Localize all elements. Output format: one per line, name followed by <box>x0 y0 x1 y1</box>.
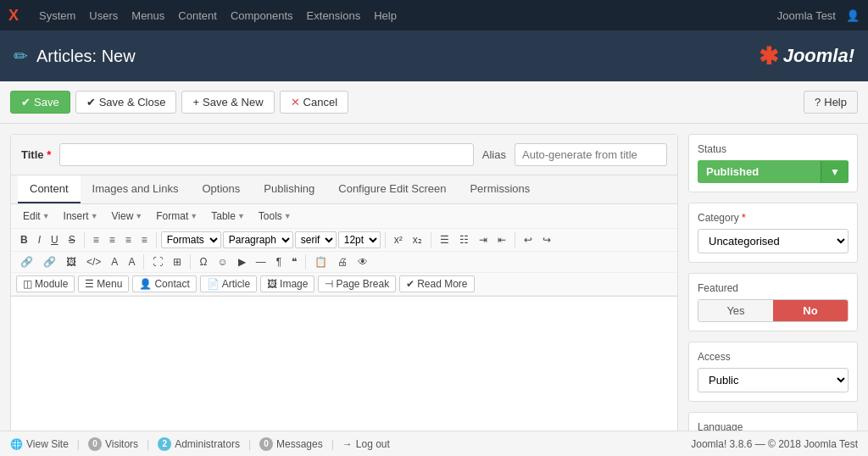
admins-label: Administrators <box>175 438 240 450</box>
ordered-list-button[interactable]: ☷ <box>455 232 473 247</box>
italic-button[interactable]: I <box>34 232 45 247</box>
category-select[interactable]: Uncategorised <box>698 229 849 253</box>
sep2 <box>156 232 157 247</box>
nav-system[interactable]: System <box>39 9 75 22</box>
editor-menu-view[interactable]: View ▼ <box>105 208 150 225</box>
access-label: Access <box>698 351 849 363</box>
featured-yes-button[interactable]: Yes <box>698 300 773 321</box>
editor-format-row1: B I U S ≡ ≡ ≡ ≡ Formats Paragraph serif <box>11 229 677 252</box>
save-button[interactable]: ✔ Save <box>10 91 70 114</box>
table-button[interactable]: ⊞ <box>169 254 186 270</box>
view-site-link[interactable]: 🌐 View Site <box>10 438 69 450</box>
editor-menubar: Edit ▼ Insert ▼ View ▼ Format ▼ Table <box>11 204 677 229</box>
nav-help[interactable]: Help <box>374 9 397 22</box>
redo-button[interactable]: ↪ <box>538 232 555 247</box>
title-row: Title * Alias <box>11 135 677 175</box>
size-select[interactable]: 12pt <box>338 231 381 248</box>
user-icon[interactable]: 👤 <box>846 9 860 22</box>
footer-sep3: | <box>248 438 251 450</box>
nav-menus[interactable]: Menus <box>131 9 164 22</box>
tab-permissions[interactable]: Permissions <box>458 175 542 203</box>
insert-contact-button[interactable]: 👤 Contact <box>132 275 196 292</box>
save-close-button[interactable]: ✔ Save & Close <box>75 91 177 114</box>
unlink-button[interactable]: 🔗 <box>39 254 60 270</box>
status-dropdown[interactable]: Published ▼ <box>698 160 849 183</box>
insert-menu-button[interactable]: ☰ Menu <box>78 275 129 292</box>
visitors-badge[interactable]: 0 Visitors <box>88 437 138 451</box>
title-input[interactable] <box>59 143 474 166</box>
strikethrough-button[interactable]: S <box>64 232 80 247</box>
editor-menu-insert[interactable]: Insert ▼ <box>57 208 105 225</box>
nav-content[interactable]: Content <box>178 9 217 22</box>
editor-menu-edit[interactable]: Edit ▼ <box>16 208 57 225</box>
insert-module-label: Module <box>35 278 68 290</box>
emoji-button[interactable]: ☺ <box>213 254 231 270</box>
outdent-button[interactable]: ⇤ <box>493 232 510 247</box>
insert-readmore-button[interactable]: ✔ Read More <box>399 275 474 292</box>
hr-button[interactable]: — <box>252 254 270 270</box>
tab-publishing[interactable]: Publishing <box>252 175 326 203</box>
paste-text-button[interactable]: 📋 <box>310 254 331 270</box>
nav-components[interactable]: Components <box>231 9 293 22</box>
nav-extensions[interactable]: Extensions <box>307 9 361 22</box>
insert-module-button[interactable]: ◫ Module <box>16 275 75 292</box>
insert-pagebreak-button[interactable]: ⊣ Page Break <box>318 275 396 292</box>
messages-badge[interactable]: 0 Messages <box>259 437 323 451</box>
featured-section: Featured Yes No <box>688 273 858 331</box>
save-new-plus-icon: + <box>192 96 199 108</box>
nav-users[interactable]: Users <box>89 9 118 22</box>
insert-article-button[interactable]: 📄 Article <box>200 275 257 292</box>
superscript-button[interactable]: x² <box>390 232 407 247</box>
paragraph-marks-button[interactable]: ¶ <box>272 254 286 270</box>
bold-button[interactable]: B <box>16 232 32 247</box>
formats-select[interactable]: Formats <box>161 231 221 248</box>
user-name[interactable]: Joomla Test <box>777 9 836 22</box>
forecolor-button[interactable]: A <box>107 254 122 270</box>
font-select[interactable]: serif <box>295 231 337 248</box>
media-button[interactable]: ▶ <box>234 254 250 270</box>
cancel-button[interactable]: ✕ Cancel <box>280 91 348 114</box>
category-section: Category * Uncategorised <box>688 203 858 263</box>
tab-configure-edit-screen[interactable]: Configure Edit Screen <box>326 175 458 203</box>
print-button[interactable]: 🖨 <box>333 254 352 270</box>
blockquote-button[interactable]: ❝ <box>287 254 301 270</box>
logout-button[interactable]: → Log out <box>342 438 390 450</box>
joomla-logo-text: Joomla! <box>783 45 854 67</box>
editor-menu-format[interactable]: Format ▼ <box>149 208 204 225</box>
tab-options[interactable]: Options <box>190 175 252 203</box>
content-tabs: Content Images and Links Options Publish… <box>11 175 677 204</box>
code-button[interactable]: </> <box>82 254 105 270</box>
tab-images-links[interactable]: Images and Links <box>81 175 191 203</box>
readmore-icon: ✔ <box>406 278 415 290</box>
align-center-button[interactable]: ≡ <box>105 232 120 247</box>
editor-menu-table[interactable]: Table ▼ <box>204 208 252 225</box>
unordered-list-button[interactable]: ☰ <box>436 232 453 247</box>
joomla-brand-icon[interactable]: X <box>8 7 19 25</box>
align-justify-button[interactable]: ≡ <box>137 232 152 247</box>
image-button[interactable]: 🖼 <box>62 254 81 270</box>
save-new-button[interactable]: + Save & New <box>181 91 274 114</box>
link-button[interactable]: 🔗 <box>16 254 37 270</box>
alias-input[interactable] <box>515 143 667 166</box>
align-left-button[interactable]: ≡ <box>89 232 103 247</box>
help-button[interactable]: ? Help <box>804 91 858 114</box>
subscript-button[interactable]: x₂ <box>409 232 426 247</box>
special-char-button[interactable]: Ω <box>195 254 211 270</box>
insert-image-button[interactable]: 🖼 Image <box>260 275 314 292</box>
backcolor-button[interactable]: A <box>124 254 139 270</box>
access-select[interactable]: Public <box>698 368 849 392</box>
access-section: Access Public <box>688 342 858 402</box>
editor-menu-tools[interactable]: Tools ▼ <box>252 208 298 225</box>
underline-button[interactable]: U <box>47 232 63 247</box>
paragraph-select[interactable]: Paragraph <box>223 231 293 248</box>
align-right-button[interactable]: ≡ <box>121 232 136 247</box>
editor-content[interactable] <box>11 297 677 449</box>
fullscreen-button[interactable]: ⛶ <box>148 254 167 270</box>
tab-content[interactable]: Content <box>18 175 81 203</box>
featured-no-button[interactable]: No <box>773 300 848 321</box>
indent-button[interactable]: ⇥ <box>475 232 492 247</box>
preview-button[interactable]: 👁 <box>353 254 372 270</box>
admins-badge[interactable]: 2 Administrators <box>158 437 240 451</box>
undo-button[interactable]: ↩ <box>520 232 537 247</box>
status-dropdown-arrow[interactable]: ▼ <box>821 161 849 183</box>
